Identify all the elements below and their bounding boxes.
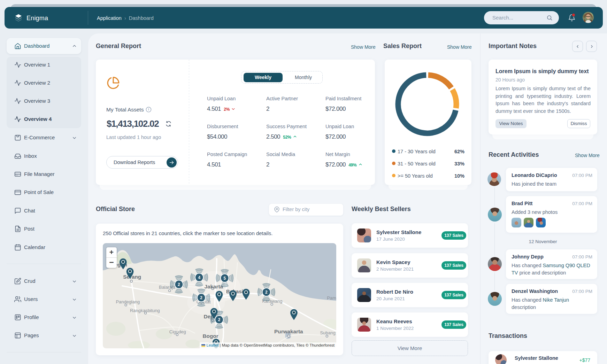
svg-text:Purwakarta: Purwakarta — [274, 328, 303, 334]
svg-text:Bogor: Bogor — [203, 333, 218, 339]
svg-text:2: 2 — [178, 282, 180, 287]
svg-text:Cigudeg: Cigudeg — [169, 329, 186, 334]
svg-text:2: 2 — [218, 317, 221, 322]
svg-text:Rangkasbitung: Rangkasbitung — [130, 308, 160, 313]
svg-text:Pandeglang: Pandeglang — [116, 299, 140, 304]
svg-text:2: 2 — [200, 295, 202, 300]
svg-text:Jakarta: Jakarta — [205, 284, 223, 289]
svg-text:Subang: Subang — [320, 330, 336, 335]
svg-text:Pama: Pama — [327, 295, 336, 300]
svg-text:5: 5 — [224, 276, 226, 281]
svg-text:4: 4 — [198, 275, 200, 280]
svg-text:2: 2 — [265, 290, 268, 295]
